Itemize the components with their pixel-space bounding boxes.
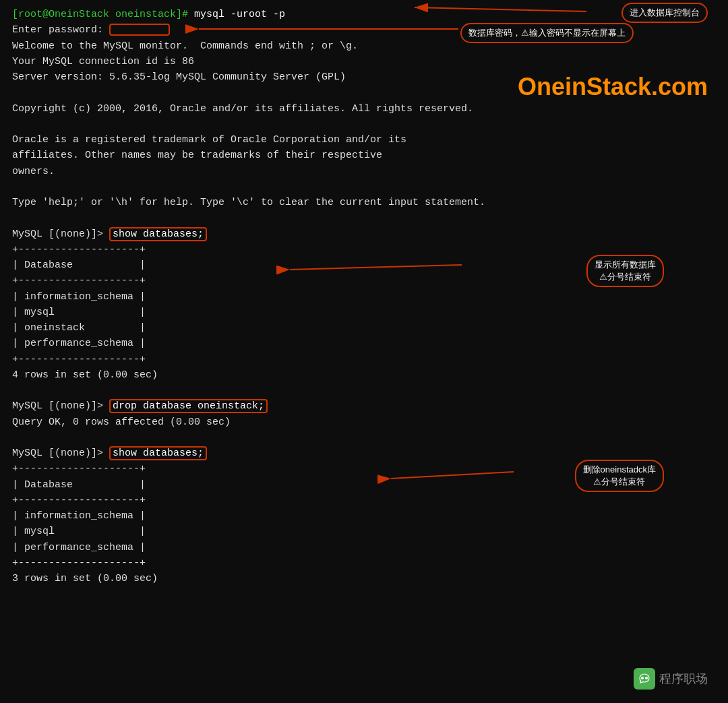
empty-line-3 [12,179,716,195]
wechat-icon [634,668,655,690]
prompt-line-3: MySQL [(none)]> show databases; [12,446,716,461]
help-line: Type 'help;' or '\h' for help. Type '\c'… [12,195,716,210]
prompt-line-2: MySQL [(none)]> drop database oneinstack… [12,398,716,414]
user-prompt: [root@OneinStack oneinstack]# [12,9,188,20]
svg-point-6 [641,677,644,679]
empty-line-5 [12,383,716,398]
drop-db-text: 删除oneinstadck库 [583,464,656,475]
empty-line-6 [12,430,716,446]
password-label: Enter password: [12,24,109,36]
semicolon2-text: ⚠分号结束符 [593,477,645,487]
table1-border-bot: +--------------------+ [12,352,716,367]
command-line-1: [root@OneinStack oneinstack]# mysql -uro… [12,7,716,22]
prompt-line-1: MySQL [(none)]> show databases; [12,226,716,242]
table1-row1: | information_schema | [12,289,716,305]
annotation-password: 数据库密码，⚠输入密码不显示在屏幕上 [460,23,634,43]
watermark: 程序职场 [634,668,708,690]
password-input-box [109,24,170,36]
table2-border-bot: +--------------------+ [12,555,716,571]
annotation-enter-db: 进入数据库控制台 [621,3,708,23]
show-db-text: 显示所有数据库 [595,259,656,270]
oracle-line-1: Oracle is a registered trademark of Orac… [12,132,716,148]
empty-line-2 [12,117,716,132]
table2-row3: | performance_schema | [12,540,716,555]
table1-rowcount: 4 rows in set (0.00 sec) [12,367,716,383]
oracle-line-3: owners. [12,164,716,179]
watermark-text: 程序职场 [659,671,708,687]
connection-id-line: Your MySQL connection id is 86 [12,54,716,69]
drop-database-cmd: drop database oneinstack; [109,399,268,413]
table2-border-mid: +--------------------+ [12,493,716,508]
mysql-prompt-2: MySQL [(none)]> [12,400,109,412]
copyright-line: Copyright (c) 2000, 2016, Oracle and/or … [12,101,716,117]
show-databases-cmd-1: show databases; [109,227,207,241]
table1-row4: | performance_schema | [12,336,716,351]
empty-line-4 [12,210,716,226]
oracle-line-2: affiliates. Other names may be trademark… [12,148,716,163]
mysql-prompt-1: MySQL [(none)]> [12,228,109,240]
table1-row2: | mysql | [12,305,716,320]
table2-row2: | mysql | [12,524,716,539]
mysql-prompt-3: MySQL [(none)]> [12,448,109,459]
drop-result: Query OK, 0 rows affected (0.00 sec) [12,415,716,430]
svg-point-7 [645,677,648,679]
mysql-command: mysql -uroot -p [188,9,285,20]
brand-label: OneinStack.com [518,73,708,101]
table2-rowcount: 3 rows in set (0.00 sec) [12,571,716,586]
table1-row3: | oneinstack | [12,320,716,336]
annotation-show-db: 显示所有数据库 ⚠分号结束符 [586,255,664,287]
semicolon1-text: ⚠分号结束符 [599,272,651,282]
show-databases-cmd-2: show databases; [109,446,207,460]
table2-row1: | information_schema | [12,508,716,524]
annotation-drop-db: 删除oneinstadck库 ⚠分号结束符 [575,460,664,492]
